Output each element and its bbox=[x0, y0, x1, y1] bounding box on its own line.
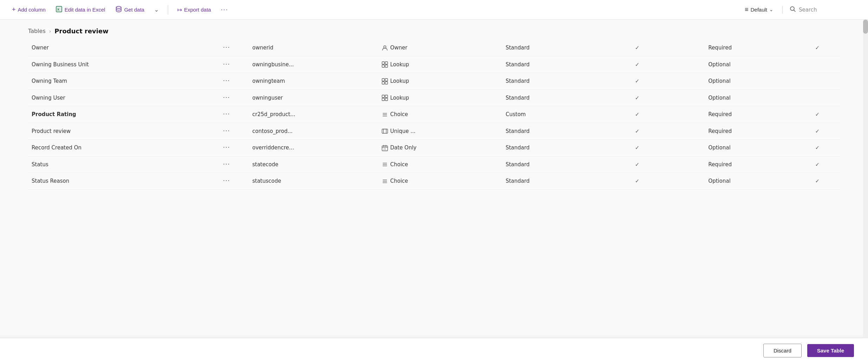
row-check1-cell: ✓ bbox=[615, 140, 660, 156]
row-more-icon[interactable]: ··· bbox=[223, 128, 230, 134]
row-logical-cell: contoso_prod... bbox=[249, 123, 378, 140]
row-more-icon[interactable]: ··· bbox=[223, 161, 230, 168]
table-row[interactable]: Product Rating ··· cr25d_product... Choi… bbox=[28, 106, 840, 123]
get-data-button[interactable]: Get data bbox=[112, 4, 148, 16]
table-row[interactable]: Record Created On ··· overriddencre... 2… bbox=[28, 140, 840, 156]
row-requirement-cell: Optional bbox=[705, 173, 795, 190]
choice-icon bbox=[382, 178, 388, 184]
table-row[interactable]: Status Reason ··· statuscode Choice Stan… bbox=[28, 173, 840, 190]
row-spacer-cell bbox=[660, 73, 705, 90]
row-requirement-cell: Optional bbox=[705, 140, 795, 156]
row-kind-cell: Custom bbox=[502, 106, 615, 123]
row-spacer-cell bbox=[660, 156, 705, 173]
svg-rect-11 bbox=[382, 79, 384, 81]
row-type-cell: Lookup bbox=[378, 89, 502, 106]
row-requirement-label: Optional bbox=[708, 61, 730, 68]
table-row[interactable]: Owning Team ··· owningteam Lookup Standa… bbox=[28, 73, 840, 90]
breadcrumb-area: Tables › Product review bbox=[0, 20, 868, 40]
row-more-cell[interactable]: ··· bbox=[219, 173, 249, 190]
row-requirement-label: Optional bbox=[708, 78, 730, 84]
row-check2-cell: ✓ bbox=[795, 140, 840, 156]
default-chevron-icon: ⌄ bbox=[769, 7, 773, 12]
row-check1-cell: ✓ bbox=[615, 173, 660, 190]
row-kind-cell: Standard bbox=[502, 40, 615, 56]
scrollbar-thumb[interactable] bbox=[863, 20, 868, 34]
row-name-cell: Owner bbox=[28, 40, 219, 56]
table-row[interactable]: Product review ··· contoso_prod... Uniqu… bbox=[28, 123, 840, 140]
row-more-icon[interactable]: ··· bbox=[223, 178, 230, 184]
save-table-button[interactable]: Save Table bbox=[807, 344, 854, 357]
scrollbar-track[interactable] bbox=[863, 20, 868, 338]
more-button[interactable]: ··· bbox=[217, 4, 232, 15]
toolbar-left: + Add column X Edit data in Excel bbox=[8, 4, 741, 16]
breadcrumb-parent[interactable]: Tables bbox=[28, 28, 46, 34]
svg-text:21: 21 bbox=[383, 148, 386, 150]
row-searchable-check: ✓ bbox=[635, 178, 639, 184]
row-logical-name: cr25d_product... bbox=[252, 111, 295, 117]
row-searchable-check: ✓ bbox=[635, 95, 639, 101]
bottom-bar: Discard Save Table bbox=[0, 338, 868, 363]
row-name-cell: Owning Team bbox=[28, 73, 219, 90]
row-auditing-check: ✓ bbox=[815, 128, 820, 134]
discard-button[interactable]: Discard bbox=[763, 344, 802, 357]
row-type-cell: Lookup bbox=[378, 56, 502, 73]
row-spacer-cell bbox=[660, 89, 705, 106]
row-more-cell[interactable]: ··· bbox=[219, 106, 249, 123]
lookup-icon bbox=[382, 95, 388, 101]
row-more-cell[interactable]: ··· bbox=[219, 56, 249, 73]
row-type-cell: Choice bbox=[378, 156, 502, 173]
row-check2-cell: ✓ bbox=[795, 173, 840, 190]
row-more-icon[interactable]: ··· bbox=[223, 95, 230, 101]
default-label: Default bbox=[750, 7, 767, 13]
row-check2-cell bbox=[795, 73, 840, 90]
row-requirement-label: Required bbox=[708, 111, 732, 117]
unique-icon bbox=[382, 128, 388, 135]
row-more-icon[interactable]: ··· bbox=[223, 45, 230, 51]
chevron-down-icon: ⌄ bbox=[154, 6, 159, 13]
row-logical-cell: ownerid bbox=[249, 40, 378, 56]
search-box[interactable]: Search bbox=[782, 6, 860, 14]
row-more-icon[interactable]: ··· bbox=[223, 144, 230, 151]
row-logical-cell: owninguser bbox=[249, 89, 378, 106]
row-more-cell[interactable]: ··· bbox=[219, 89, 249, 106]
row-type-icon-label: Lookup bbox=[382, 61, 409, 68]
row-kind: Custom bbox=[506, 111, 526, 117]
row-type-label: Lookup bbox=[390, 95, 409, 101]
edit-excel-button[interactable]: X Edit data in Excel bbox=[52, 4, 109, 16]
svg-rect-10 bbox=[385, 65, 388, 67]
export-icon: ↦ bbox=[177, 6, 182, 13]
row-logical-name: statuscode bbox=[252, 178, 281, 184]
row-check2-cell bbox=[795, 89, 840, 106]
row-kind: Standard bbox=[506, 45, 530, 51]
table-row[interactable]: Owner ··· ownerid Owner Standard ✓ Requi… bbox=[28, 40, 840, 56]
row-more-cell[interactable]: ··· bbox=[219, 40, 249, 56]
search-label: Search bbox=[799, 7, 817, 13]
row-more-icon[interactable]: ··· bbox=[223, 111, 230, 117]
row-more-cell[interactable]: ··· bbox=[219, 123, 249, 140]
default-view-button[interactable]: ≡ Default ⌄ bbox=[741, 4, 777, 15]
svg-rect-16 bbox=[385, 95, 388, 98]
get-data-chevron-button[interactable]: ⌄ bbox=[151, 4, 162, 15]
svg-rect-15 bbox=[382, 95, 384, 98]
row-auditing-check: ✓ bbox=[815, 111, 820, 117]
row-more-cell[interactable]: ··· bbox=[219, 73, 249, 90]
row-name-cell: Record Created On bbox=[28, 140, 219, 156]
table-row[interactable]: Status ··· statecode Choice Standard ✓ R… bbox=[28, 156, 840, 173]
row-more-cell[interactable]: ··· bbox=[219, 140, 249, 156]
add-column-button[interactable]: + Add column bbox=[8, 4, 49, 15]
row-more-icon[interactable]: ··· bbox=[223, 78, 230, 84]
main-content: Owner ··· ownerid Owner Standard ✓ Requi… bbox=[0, 40, 868, 335]
export-data-button[interactable]: ↦ Export data bbox=[174, 4, 215, 15]
row-kind-cell: Standard bbox=[502, 123, 615, 140]
row-more-icon[interactable]: ··· bbox=[223, 61, 230, 68]
row-requirement-cell: Required bbox=[705, 123, 795, 140]
row-requirement-cell: Required bbox=[705, 40, 795, 56]
toolbar: + Add column X Edit data in Excel bbox=[0, 0, 868, 20]
row-searchable-check: ✓ bbox=[635, 161, 639, 168]
table-row[interactable]: Owning Business Unit ··· owningbusine...… bbox=[28, 56, 840, 73]
row-more-cell[interactable]: ··· bbox=[219, 156, 249, 173]
row-type-icon-label: Owner bbox=[382, 45, 407, 51]
table-row[interactable]: Owning User ··· owninguser Lookup Standa… bbox=[28, 89, 840, 106]
data-table: Owner ··· ownerid Owner Standard ✓ Requi… bbox=[28, 40, 840, 190]
export-data-label: Export data bbox=[184, 7, 211, 13]
